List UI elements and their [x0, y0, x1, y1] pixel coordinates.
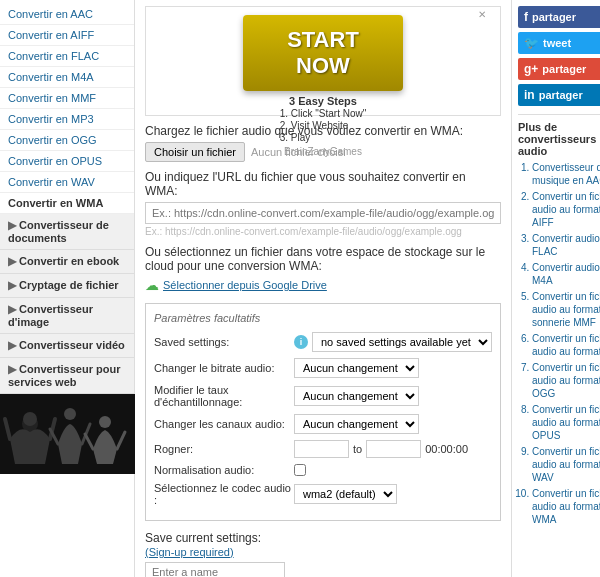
cloud-row: ☁ Sélectionner depuis Google Drive [145, 277, 501, 293]
params-title: Paramètres facultatifs [154, 312, 492, 324]
cloud-label: Ou sélectionnez un fichier dans votre es… [145, 245, 501, 273]
trim-label: Rogner: [154, 443, 294, 455]
step-1: 1. Click "Start Now" [280, 108, 367, 119]
info-icon[interactable]: i [294, 335, 308, 349]
sidebar-section[interactable]: ▶Convertisseur d'image [0, 298, 134, 334]
normalize-row: Normalisation audio: [154, 464, 492, 476]
more-converter-link[interactable]: Convertisseur de musique en AAC [532, 161, 600, 187]
channels-label: Changer les canaux audio: [154, 418, 294, 430]
signup-link[interactable]: (Sign-up required) [145, 546, 234, 558]
url-label: Ou indiquez l'URL du fichier que vous so… [145, 170, 501, 198]
google-drive-icon: ☁ [145, 277, 159, 293]
trim-to-label: to [353, 443, 362, 455]
bitrate-row: Changer le bitrate audio: Aucun changeme… [154, 358, 492, 378]
sidebar-item[interactable]: Convertir en AIFF [0, 25, 134, 46]
sidebar-item[interactable]: Convertir en OGG [0, 130, 134, 151]
ad-banner: ✕ START NOW 3 Easy Steps 1. Click "Start… [145, 6, 501, 116]
more-converters-list: Convertisseur de musique en AACConvertir… [518, 161, 600, 526]
step-2: 2. Visit Website [280, 120, 367, 131]
google-drive-link[interactable]: Sélectionner depuis Google Drive [163, 279, 327, 291]
sidebar-section[interactable]: ▶Convertisseur de documents [0, 214, 134, 250]
more-converter-link[interactable]: Convertir un fichier audio au format WMA [532, 487, 600, 526]
sidebar-image [0, 394, 135, 474]
bitrate-select[interactable]: Aucun changement [294, 358, 419, 378]
more-converter-link[interactable]: Convertir audio au M4A [532, 261, 600, 287]
sidebar-item[interactable]: Convertir en FLAC [0, 46, 134, 67]
more-converter-link[interactable]: Convertir un fichier audio au format AIF… [532, 190, 600, 229]
svg-point-3 [64, 408, 76, 420]
more-converters-title: Plus de convertisseurs audio [518, 114, 600, 157]
trim-time-label: 00:00:00 [425, 443, 468, 455]
svg-point-4 [99, 416, 111, 428]
social-linkedin-button[interactable]: inpartager [518, 84, 600, 106]
easy-steps: 3 Easy Steps 1. Click "Start Now" 2. Vis… [150, 95, 496, 144]
svg-point-2 [23, 412, 37, 426]
trim-start-input[interactable] [294, 440, 349, 458]
step-3: 3. Play [280, 132, 367, 143]
sample-row: Modifier le taux d'échantillonnage: Aucu… [154, 384, 492, 408]
easy-steps-title: 3 Easy Steps [150, 95, 496, 107]
sidebar-item[interactable]: Convertir en WAV [0, 172, 134, 193]
left-sidebar: Convertir en AACConvertir en AIFFConvert… [0, 0, 135, 577]
easy-steps-list: 1. Click "Start Now" 2. Visit Website 3.… [280, 107, 367, 144]
sidebar-item[interactable]: Convertir en WMA [0, 193, 134, 214]
brand-label: BrainZanyGames [150, 146, 496, 157]
bitrate-label: Changer le bitrate audio: [154, 362, 294, 374]
normalize-label: Normalisation audio: [154, 464, 294, 476]
codec-row: Sélectionnez le codec audio : wma2 (defa… [154, 482, 492, 506]
ad-x-icon[interactable]: ✕ [478, 9, 486, 20]
url-example: Ex.: https://cdn.online-convert.com/exam… [145, 226, 501, 237]
start-now-button[interactable]: START NOW [243, 15, 403, 91]
more-converter-link[interactable]: Convertir un fichier audio au format OPU… [532, 403, 600, 442]
saved-settings-select[interactable]: no saved settings available yet [312, 332, 492, 352]
sidebar-item[interactable]: Convertir en M4A [0, 67, 134, 88]
sidebar-item[interactable]: Convertir en MP3 [0, 109, 134, 130]
social-facebook-button[interactable]: fpartager [518, 6, 600, 28]
codec-select[interactable]: wma2 (default) [294, 484, 397, 504]
more-converter-link[interactable]: Convertir un fichier audio au format WAV [532, 445, 600, 484]
sidebar-section[interactable]: ▶Cryptage de fichier [0, 274, 134, 298]
channels-select[interactable]: Aucun changement [294, 414, 419, 434]
more-converter-link[interactable]: Convertir un fichier audio au format MP3 [532, 332, 600, 358]
params-box: Paramètres facultatifs Saved settings: i… [145, 303, 501, 521]
sample-select[interactable]: Aucun changement [294, 386, 419, 406]
sidebar-section[interactable]: ▶Convertisseur pour services web [0, 358, 134, 394]
saved-settings-row: Saved settings: i no saved settings avai… [154, 332, 492, 352]
sidebar-item[interactable]: Convertir en OPUS [0, 151, 134, 172]
trim-row: Rogner: to 00:00:00 [154, 440, 492, 458]
codec-label: Sélectionnez le codec audio : [154, 482, 294, 506]
save-section: Save current settings: (Sign-up required… [145, 531, 501, 577]
social-gplus-button[interactable]: g+partager [518, 58, 600, 80]
sidebar-item[interactable]: Convertir en AAC [0, 4, 134, 25]
sidebar-section[interactable]: ▶Convertisseur vidéo [0, 334, 134, 358]
right-sidebar: fpartager🐦tweetg+partagerinpartager Plus… [511, 0, 600, 577]
main-content: ✕ START NOW 3 Easy Steps 1. Click "Start… [135, 0, 511, 577]
sidebar-item[interactable]: Convertir en MMF [0, 88, 134, 109]
sample-label: Modifier le taux d'échantillonnage: [154, 384, 294, 408]
channels-row: Changer les canaux audio: Aucun changeme… [154, 414, 492, 434]
more-converter-link[interactable]: Convertir audio au FLAC [532, 232, 600, 258]
settings-name-input[interactable] [145, 562, 285, 577]
sidebar-section[interactable]: ▶Convertir en ebook [0, 250, 134, 274]
saved-settings-label: Saved settings: [154, 336, 294, 348]
more-converter-link[interactable]: Convertir un fichier audio au format de … [532, 290, 600, 329]
save-label: Save current settings: [145, 531, 261, 545]
social-twitter-button[interactable]: 🐦tweet [518, 32, 600, 54]
trim-end-input[interactable] [366, 440, 421, 458]
url-input[interactable] [145, 202, 501, 224]
more-converter-link[interactable]: Convertir un fichier audio au format OGG [532, 361, 600, 400]
normalize-checkbox[interactable] [294, 464, 306, 476]
